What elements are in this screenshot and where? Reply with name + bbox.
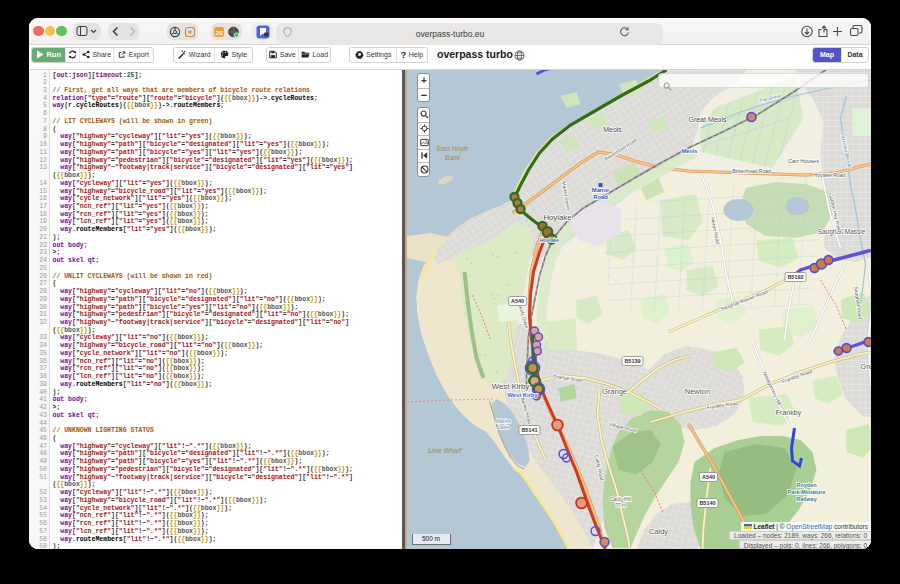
svg-text:JS: JS bbox=[215, 30, 222, 36]
